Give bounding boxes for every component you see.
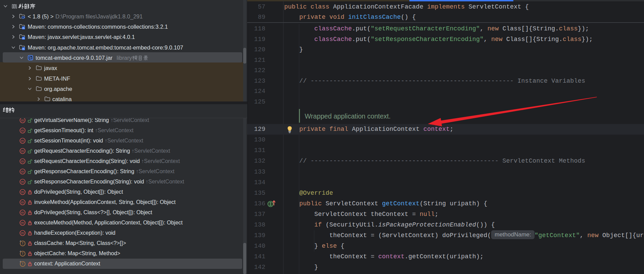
svg-text:m: m	[21, 118, 24, 122]
svg-text:m: m	[21, 200, 24, 204]
svg-text:m: m	[21, 231, 24, 235]
svg-text:m: m	[21, 149, 24, 153]
svg-text:m: m	[21, 221, 24, 225]
svg-text:m: m	[21, 159, 24, 163]
svg-text:m: m	[21, 169, 24, 174]
svg-text:m: m	[21, 180, 24, 184]
svg-text:f: f	[22, 262, 24, 266]
svg-text:f: f	[22, 241, 24, 245]
svg-text:m: m	[21, 210, 24, 215]
svg-text:f: f	[22, 251, 24, 256]
svg-text:m: m	[21, 128, 24, 133]
svg-text:m: m	[21, 190, 24, 194]
svg-text:m: m	[21, 139, 24, 143]
